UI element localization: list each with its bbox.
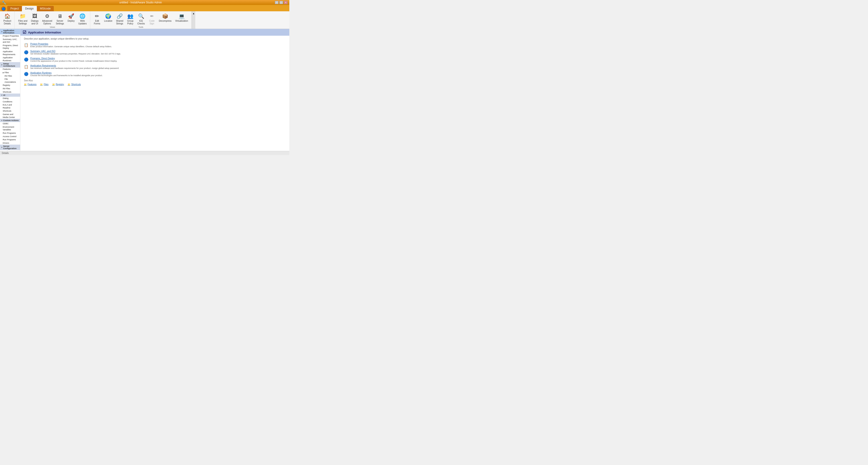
link-item-text: Summary, UAC, and ISO Set Windows Instal… bbox=[30, 50, 121, 55]
see-also-shortcuts-label: Shortcuts bbox=[71, 83, 81, 86]
sidebar-item-iis-sites[interactable]: IIS Sites bbox=[0, 150, 20, 151]
virtualization-label: Virtualization bbox=[175, 20, 188, 22]
virtualization-button[interactable]: 💻 Virtualization bbox=[174, 12, 190, 24]
title-bar: 🔧 untitled - InstallAware Studio Admin ?… bbox=[0, 0, 289, 5]
sidebar-item-file-assoc[interactable]: File Associations bbox=[0, 77, 20, 84]
sidebar-item-features[interactable]: Features bbox=[0, 68, 20, 71]
link-item-project-properties[interactable]: 📋 Project Properties Enter product infor… bbox=[24, 43, 286, 48]
sidebar-item-label: Games and Media Center bbox=[3, 113, 19, 119]
sidebar-item-project-properties[interactable]: Project Properties bbox=[0, 34, 20, 38]
main-layout: ▼ Application Information Project Proper… bbox=[0, 29, 289, 151]
link-item-text: Programs, Direct Deploy Control the appe… bbox=[30, 57, 117, 62]
sidebar-item-label: Shortcuts bbox=[3, 109, 11, 112]
sidebar-item-shortcuts[interactable]: Shortcuts bbox=[0, 90, 20, 94]
deploy-icon: 🚀 bbox=[68, 13, 74, 19]
sidebar-item-dialog[interactable]: Dialog bbox=[0, 97, 20, 100]
link-item-summary-uac[interactable]: 🔵 Summary, UAC, and ISO Set Windows Inst… bbox=[24, 50, 286, 55]
link-item-programs-direct[interactable]: 🔵 Programs, Direct Deploy Control the ap… bbox=[24, 57, 286, 62]
see-also-links: 📁 Features 📁 Files 📁 Registry 📁 Shortcut… bbox=[24, 83, 286, 86]
chevron-icon: ▶ bbox=[3, 71, 4, 74]
tab-design[interactable]: Design bbox=[22, 6, 37, 11]
localize-button[interactable]: 🌍 Localize bbox=[102, 12, 114, 24]
sidebar-section-header-app-info[interactable]: ▼ Application Information bbox=[0, 29, 20, 34]
tab-project[interactable]: Project bbox=[7, 6, 22, 11]
ice-checks-button[interactable]: 🔍 ICEChecks bbox=[135, 12, 146, 26]
edit-forms-icon: ✏ bbox=[95, 13, 99, 19]
sidebar-item-odbc[interactable]: ODBC bbox=[0, 122, 20, 125]
sidebar-item-registry[interactable]: Registry bbox=[0, 84, 20, 87]
sidebar-section-header-setup-arch[interactable]: ▼ Setup Architecture bbox=[0, 62, 20, 68]
tab-msicode[interactable]: MSIcode bbox=[37, 6, 54, 11]
link-item-title[interactable]: Application Requirements bbox=[30, 64, 119, 67]
status-text: Details bbox=[2, 152, 9, 154]
ribbon-collapse-button[interactable]: ▲ bbox=[192, 11, 195, 29]
see-also-shortcuts-icon: 📁 bbox=[68, 83, 70, 86]
server-settings-icon: 🖥 bbox=[57, 13, 62, 19]
see-also-shortcuts[interactable]: 📁 Shortcuts bbox=[68, 83, 81, 86]
link-item-app-requirements[interactable]: 📋 Application Requirements Set minimum s… bbox=[24, 64, 286, 69]
see-also-registry[interactable]: 📁 Registry bbox=[52, 83, 64, 86]
link-item-icon: 📋 bbox=[24, 65, 29, 69]
sidebar-item-programs-direct[interactable]: Programs, Direct Deploy bbox=[0, 44, 20, 50]
sidebar-item-label: Registry bbox=[3, 84, 10, 87]
link-item-text: Application Runtimes Choose the technolo… bbox=[30, 72, 103, 76]
code-sign-button[interactable]: ✒ CodeSign bbox=[147, 12, 157, 26]
advanced-options-button[interactable]: ⚙ AdvancedOptions bbox=[40, 12, 54, 26]
close-button[interactable]: ✕ bbox=[284, 1, 287, 4]
server-settings-button[interactable]: 🖥 ServerSettings bbox=[54, 12, 66, 26]
link-item-icon: 🔵 bbox=[24, 50, 29, 55]
sidebar-section-header-custom-actions[interactable]: ▼ Custom Actions bbox=[0, 119, 20, 122]
dialogs-ui-icon: 🖼 bbox=[32, 13, 37, 19]
sidebar-item-run-programs[interactable]: Run Programs bbox=[0, 132, 20, 135]
dialogs-ui-button[interactable]: 🖼 Dialogsand UI bbox=[29, 12, 40, 26]
sidebar-item-summary-uac[interactable]: Summary, UAC, and ISO bbox=[0, 38, 20, 44]
sidebar-item-games-media[interactable]: Games and Media Center bbox=[0, 113, 20, 119]
files-settings-button[interactable]: 📁 Files andSettings bbox=[17, 12, 29, 26]
sidebar-item-eula[interactable]: EULA and Readme bbox=[0, 103, 20, 109]
link-item-title[interactable]: Project Properties bbox=[30, 43, 112, 45]
see-also-files[interactable]: 📁 Files bbox=[40, 83, 49, 86]
sidebar-item-label: Programs, Direct Deploy bbox=[3, 44, 19, 50]
decompress-label: Decompress bbox=[159, 20, 172, 22]
link-item-app-runtimes[interactable]: 🔵 Application Runtimes Choose the techno… bbox=[24, 72, 286, 76]
window-controls: ? □ ✕ bbox=[275, 1, 287, 4]
see-also-features[interactable]: 📁 Features bbox=[24, 83, 36, 86]
tab-bar: 🔵 Project Design MSIcode bbox=[0, 5, 289, 11]
sidebar-item-drivers[interactable]: Drivers bbox=[0, 141, 20, 145]
link-item-desc: Choose the technologies and frameworks t… bbox=[30, 74, 103, 76]
sidebar-item-ini-files[interactable]: INI Files bbox=[0, 74, 20, 78]
sidebar-item-label: Features bbox=[3, 68, 11, 71]
link-item-title[interactable]: Application Runtimes bbox=[30, 72, 103, 74]
sidebar-item-run-programs2[interactable]: Run Programs bbox=[0, 138, 20, 141]
chevron-icon: ▼ bbox=[1, 64, 3, 66]
sidebar-item-label: Conditions bbox=[3, 100, 12, 103]
sidebar-item-shortcuts-ui[interactable]: Shortcuts bbox=[0, 109, 20, 113]
link-item-title[interactable]: Programs, Direct Deploy bbox=[30, 57, 117, 60]
web-updates-button[interactable]: 🌐 WebUpdates bbox=[76, 12, 88, 26]
sidebar-section-label-setup-arch: Setup Architecture bbox=[3, 63, 19, 67]
sidebar-item-label: Application Runtimes bbox=[3, 56, 19, 62]
shared-strings-button[interactable]: 🔗 SharedStrings bbox=[114, 12, 125, 26]
link-item-icon: 🔵 bbox=[24, 57, 29, 62]
link-item-title[interactable]: Summary, UAC, and ISO bbox=[30, 50, 121, 53]
sidebar-item-access-control[interactable]: Access Control bbox=[0, 135, 20, 138]
help-button[interactable]: ? bbox=[275, 1, 278, 4]
sidebar-item-files[interactable]: ▶ Files bbox=[0, 71, 20, 74]
code-sign-label: CodeSign bbox=[149, 20, 155, 25]
sidebar-section-custom-actions: ▼ Custom Actions ODBC Environment Variab… bbox=[0, 119, 20, 144]
deploy-button[interactable]: 🚀 Deploy bbox=[66, 12, 76, 24]
sidebar-item-env-variables[interactable]: Environment Variables bbox=[0, 125, 20, 132]
sidebar-item-conditions[interactable]: Conditions bbox=[0, 100, 20, 103]
sidebar-item-app-runtimes[interactable]: Application Runtimes bbox=[0, 56, 20, 62]
product-details-button[interactable]: 🏠 ProductDetails bbox=[2, 12, 13, 26]
sidebar-section-header-server-config[interactable]: ▼ Server Configuration bbox=[0, 144, 20, 150]
sidebar-item-ini-files2[interactable]: INI Files bbox=[0, 87, 20, 90]
see-also-label: See Also bbox=[24, 79, 286, 82]
decompress-button[interactable]: 📦 Decompress bbox=[157, 12, 173, 24]
group-policy-button[interactable]: 👥 GroupPolicy bbox=[125, 12, 135, 26]
edit-forms-button[interactable]: ✏ EditForms bbox=[92, 12, 102, 26]
ice-checks-icon: 🔍 bbox=[138, 13, 144, 19]
restore-button[interactable]: □ bbox=[279, 1, 283, 4]
sidebar-section-header-ui[interactable]: ▼ UI bbox=[0, 94, 20, 97]
sidebar-item-app-requirements[interactable]: Application Requirements bbox=[0, 50, 20, 56]
